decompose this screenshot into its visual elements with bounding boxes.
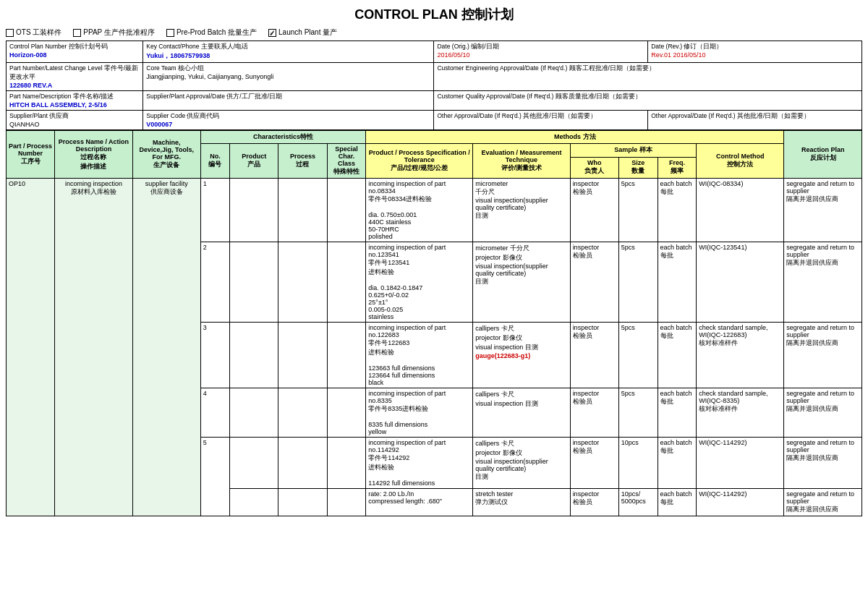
- other-approval-cell: Other Approval/Date (If Req'd.) 其他批准/日期（…: [434, 111, 648, 130]
- col-product: Product产品: [230, 144, 278, 179]
- cust-quality-label: Customer Quality Approval/Date (If Req'd…: [437, 93, 859, 101]
- ppap-label: PPAP 生产件批准程序: [83, 27, 155, 38]
- size-cell: 10pcs/5000pcs: [618, 489, 658, 516]
- col-freq: Freq.频率: [658, 157, 697, 178]
- part-name-cell: Part Name/Description 零件名称/描述 HITCH BALL…: [7, 91, 143, 111]
- supplier-approval-cell: Supplier/Plant Approval/Date 供方/工厂批准/日期: [143, 91, 434, 111]
- spec-tolerance-cell: incoming inspection of part no.114292零件号…: [366, 438, 473, 489]
- process-spec-cell: [278, 323, 327, 388]
- size-cell: 5pcs: [618, 388, 658, 438]
- special-char-cell: [327, 489, 366, 516]
- supplier-approval-label: Supplier/Plant Approval/Date 供方/工厂批准/日期: [146, 93, 430, 101]
- preprod-checkbox[interactable]: [166, 29, 174, 37]
- header-table: Control Plan Number 控制计划号码 Horizon-008 K…: [6, 40, 862, 130]
- date-rev-cell: Date (Rev.) 修订（日期） Rev.01 2016/05/10: [648, 41, 862, 63]
- date-rev-label: Date (Rev.) 修订（日期）: [651, 43, 859, 51]
- product-spec-cell: [230, 388, 278, 438]
- checkbox-preprod: Pre-Prod Batch 批量生产: [166, 27, 257, 38]
- supplier-code-label: Supplier Code 供应商代码: [146, 112, 430, 121]
- product-spec-cell: [230, 323, 278, 388]
- col-special-char: Special Char. Class特殊特性: [327, 144, 366, 179]
- special-char-cell: [327, 242, 366, 323]
- op-cell: OP10: [7, 179, 55, 516]
- supplier-value: QIANHAO: [9, 121, 140, 128]
- col-characteristics: Characteristics特性: [200, 131, 365, 144]
- control-method-cell: check standard sample,WI(IQC-8335)核对标准样件: [697, 388, 784, 438]
- core-team-label: Core Team 核心小组: [146, 64, 430, 73]
- size-cell: 5pcs: [618, 179, 658, 242]
- ots-checkbox[interactable]: [6, 29, 14, 37]
- checkbox-ppap: PPAP 生产件批准程序: [73, 27, 155, 38]
- size-cell: 10pcs: [618, 438, 658, 489]
- supplier-code-cell: Supplier Code 供应商代码 V000067: [143, 111, 434, 130]
- process-name-cell: incoming inspection原材料入库检验: [55, 179, 133, 516]
- supplier-label: Supplier/Plant 供应商: [9, 112, 140, 121]
- who-cell: inspector检验员: [570, 179, 618, 242]
- freq-cell: each batch每批: [658, 438, 697, 489]
- spec-tolerance-cell: incoming inspection of part no.8335零件号83…: [366, 388, 473, 438]
- product-spec-cell: [230, 179, 278, 242]
- header-row-2: Part Number/Latest Change Level 零件号/最新更改…: [7, 63, 862, 91]
- who-cell: inspector检验员: [570, 438, 618, 489]
- spec-tolerance-cell: incoming inspection of part no.08334零件号0…: [366, 179, 473, 242]
- freq-cell: each batch每批: [658, 388, 697, 438]
- col-no: No.编号: [200, 144, 229, 179]
- col-spec-tolerance: Product / Process Specification / Tolera…: [366, 144, 473, 179]
- product-spec-cell: [230, 242, 278, 323]
- eval-technique-cell: callipers 卡尺projector 影像仪visual inspecti…: [473, 323, 570, 388]
- process-spec-cell: [278, 388, 327, 438]
- special-char-cell: [327, 179, 366, 242]
- part-number-label: Part Number/Latest Change Level 零件号/最新更改…: [9, 64, 140, 82]
- col-control-method: Control Method控制方法: [697, 144, 784, 179]
- product-spec-cell: [230, 438, 278, 489]
- key-contact-cell: Key Contact/Phone 主要联系人/电话 Yukui，1806757…: [143, 41, 434, 63]
- control-plan-value: Horizon-008: [9, 51, 140, 59]
- table-row: OP10 incoming inspection原材料入库检验 supplier…: [7, 179, 862, 242]
- ppap-checkbox[interactable]: [73, 29, 81, 37]
- who-cell: inspector检验员: [570, 489, 618, 516]
- no-cell: 1: [200, 179, 229, 242]
- col-eval-technique: Evaluation / Measurement Technique评价/测量技…: [473, 144, 570, 179]
- machine-cell: supplier facility供应商设备: [132, 179, 200, 516]
- who-cell: inspector检验员: [570, 323, 618, 388]
- part-name-value: HITCH BALL ASSEMBLY, 2-5/16: [9, 101, 140, 108]
- col-sample: Sample 样本: [570, 144, 697, 158]
- control-method-cell: WI(IQC-123541): [697, 242, 784, 323]
- control-method-cell: check standard sample,WI(IQC-122683)核对标准…: [697, 323, 784, 388]
- header-row-3: Part Name/Description 零件名称/描述 HITCH BALL…: [7, 91, 862, 111]
- supplier-code-value: V000067: [146, 121, 430, 128]
- special-char-cell: [327, 388, 366, 438]
- control-method-cell: WI(IQC-114292): [697, 489, 784, 516]
- freq-cell: each batch每批: [658, 489, 697, 516]
- main-header-row-1: Part / Process Number工序号 Process Name / …: [7, 131, 862, 144]
- eval-technique-cell: stretch tester弹力测试仪: [473, 489, 570, 516]
- checkbox-ots: OTS 工装样件: [6, 27, 61, 38]
- cust-quality-cell: Customer Quality Approval/Date (If Req'd…: [434, 91, 862, 111]
- spec-tolerance-cell: incoming inspection of part no.122683零件号…: [366, 323, 473, 388]
- freq-cell: each batch每批: [658, 179, 697, 242]
- special-char-cell: [327, 323, 366, 388]
- reaction-plan-cell: segregate and return to supplier隔离并退回供应商: [784, 242, 862, 323]
- freq-cell: each batch每批: [658, 242, 697, 323]
- launch-checkbox[interactable]: ✓: [268, 29, 276, 37]
- gauge-highlight: gauge(122683-g1): [475, 352, 530, 359]
- col-size: Size数量: [618, 157, 658, 178]
- date-orig-cell: Date (Orig.) 编制/日期 2016/05/10: [434, 41, 648, 63]
- control-method-cell: WI(IQC-114292): [697, 438, 784, 489]
- process-spec-cell: [278, 242, 327, 323]
- reaction-plan-cell: segregate and return to supplier隔离并退回供应商: [784, 438, 862, 489]
- reaction-plan-cell: segregate and return to supplier隔离并退回供应商: [784, 179, 862, 242]
- freq-cell: each batch每批: [658, 323, 697, 388]
- ots-label: OTS 工装样件: [16, 27, 61, 38]
- process-spec-cell: [278, 179, 327, 242]
- col-process-name: Process Name / Action Description过程名称操作描…: [55, 131, 133, 179]
- product-spec-cell: [230, 489, 278, 516]
- col-process: Process过程: [278, 144, 327, 179]
- spec-tolerance-cell: rate: 2.00 Lb./Incompressed length: .680…: [366, 489, 473, 516]
- core-team-cell: Core Team 核心小组 Jiangjianping, Yukui, Cai…: [143, 63, 434, 91]
- control-plan-label: Control Plan Number 控制计划号码: [9, 43, 140, 51]
- reaction-plan-cell: segregate and return to supplier隔离并退回供应商: [784, 323, 862, 388]
- checkbox-group: OTS 工装样件 PPAP 生产件批准程序 Pre-Prod Batch 批量生…: [6, 27, 862, 38]
- who-cell: inspector检验员: [570, 388, 618, 438]
- other-approval2-label: Other Approval/Date (If Req'd.) 其他批准/日期（…: [651, 112, 859, 121]
